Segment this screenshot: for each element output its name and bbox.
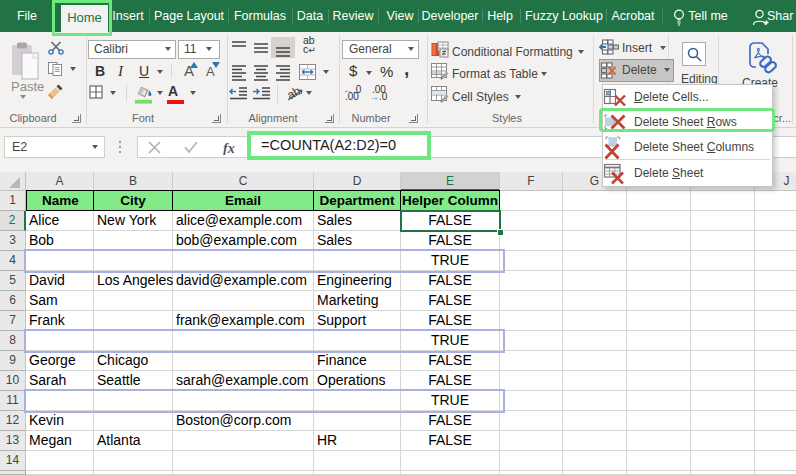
svg-text:fx: fx [223,141,235,156]
